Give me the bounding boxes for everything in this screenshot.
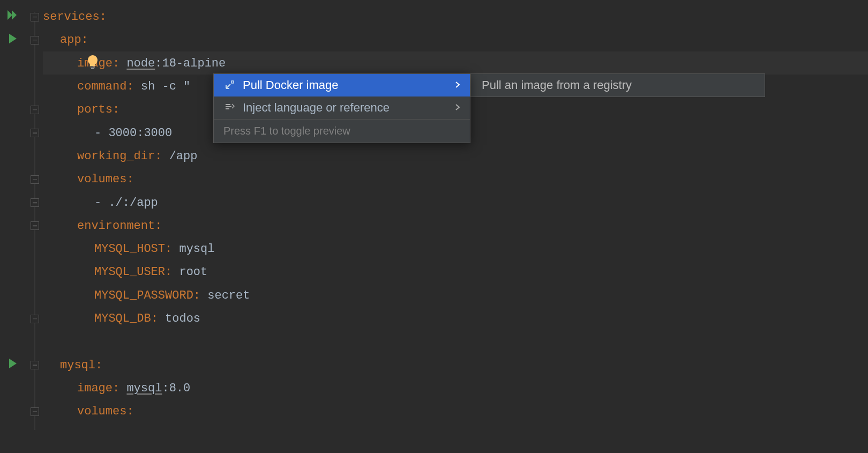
code-line: services: (43, 5, 868, 28)
run-service-icon[interactable] (9, 359, 18, 372)
fold-handle[interactable] (31, 198, 39, 207)
code-editor[interactable]: services: app: image: node:18-alpine com… (0, 0, 868, 453)
popup-item-pull-docker-image[interactable]: Pull Docker image (214, 74, 470, 96)
intention-bulb-icon[interactable] (16, 41, 99, 86)
inject-icon (223, 102, 235, 113)
popup-hint-text: Press F1 to toggle preview (214, 119, 470, 143)
code-line: image: node:18-alpine (43, 52, 868, 75)
code-line: - ./:/app (43, 191, 868, 214)
code-line: MYSQL_USER: root (43, 261, 868, 284)
svg-rect-1 (91, 68, 94, 69)
fold-handle[interactable] (31, 221, 39, 230)
run-all-icon[interactable] (8, 10, 19, 24)
fold-handle[interactable] (31, 175, 39, 184)
chevron-right-icon (455, 80, 460, 91)
code-line: environment: (43, 214, 868, 237)
action-description-tooltip: Pull an image from a registry (470, 73, 765, 97)
fold-handle[interactable] (31, 361, 39, 369)
code-line: working_dir: /app (43, 145, 868, 168)
code-line: mysql: (43, 353, 868, 376)
intention-actions-popup: Pull Docker image Inject language or ref… (213, 73, 470, 143)
code-line: volumes: (43, 168, 868, 191)
fold-handle[interactable] (31, 36, 39, 44)
code-line: volumes: (43, 400, 868, 423)
popup-item-label: Inject language or reference (243, 101, 390, 115)
svg-rect-0 (91, 66, 95, 68)
code-line: MYSQL_PASSWORD: secret (43, 284, 868, 307)
svg-rect-2 (231, 81, 234, 83)
code-line: app: (43, 28, 868, 51)
code-line (43, 330, 868, 353)
fold-handle[interactable] (31, 407, 39, 416)
popup-item-inject-language[interactable]: Inject language or reference (214, 96, 470, 119)
fold-handle[interactable] (31, 13, 39, 21)
pull-arrow-icon (223, 80, 235, 91)
chevron-right-icon (455, 102, 460, 114)
fold-handle[interactable] (31, 129, 39, 137)
code-line: MYSQL_HOST: mysql (43, 237, 868, 261)
fold-handle[interactable] (31, 315, 39, 323)
code-line: MYSQL_DB: todos (43, 307, 868, 330)
popup-item-label: Pull Docker image (243, 78, 339, 92)
fold-handle[interactable] (31, 106, 39, 114)
code-content-area[interactable]: services: app: image: node:18-alpine com… (43, 0, 868, 453)
code-line: image: mysql:8.0 (43, 377, 868, 400)
